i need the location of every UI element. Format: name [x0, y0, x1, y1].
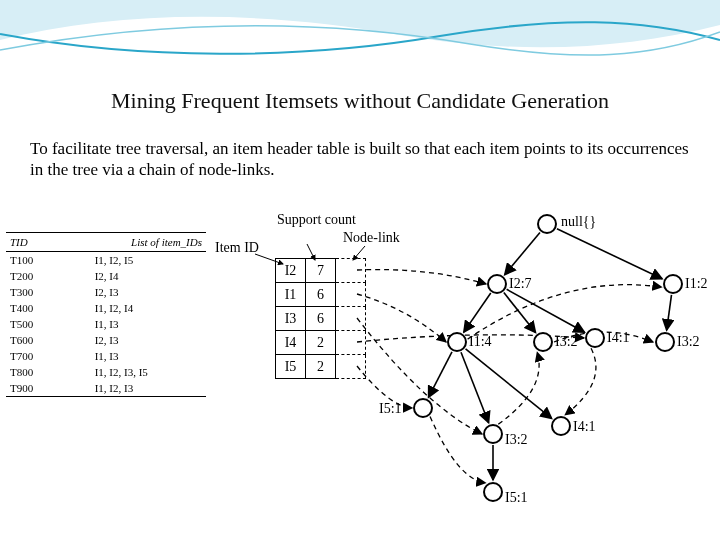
- label-node-link: Node-link: [343, 230, 400, 246]
- header-table-row: I16: [276, 283, 366, 307]
- table-row: T800I1, I2, I3, I5: [6, 364, 206, 380]
- tree-node: [483, 424, 503, 444]
- header-table-row: I27: [276, 259, 366, 283]
- label-support: Support count: [277, 212, 337, 228]
- body-text: To facilitate tree traversal, an item he…: [30, 138, 690, 181]
- decorative-wave: [0, 0, 720, 70]
- table-row: T400I1, I2, I4: [6, 300, 206, 316]
- table-row: T100I1, I2, I5: [6, 252, 206, 269]
- table-row: T700I1, I3: [6, 348, 206, 364]
- table-row: T900I1, I2, I3: [6, 380, 206, 397]
- node-label: I4:1: [573, 419, 596, 435]
- slide-title: Mining Frequent Itemsets without Candida…: [0, 88, 720, 114]
- tree-node: [413, 398, 433, 418]
- node-label: I3:2: [555, 334, 578, 350]
- transaction-table: TID List of item_IDs T100I1, I2, I5T200I…: [6, 232, 206, 397]
- node-label: I5:1: [379, 401, 402, 417]
- col-items: List of item_IDs: [55, 233, 206, 252]
- header-table-row: I42: [276, 331, 366, 355]
- label-item-id: Item ID: [215, 240, 259, 256]
- node-label: I3:2: [677, 334, 700, 350]
- header-table-row: I36: [276, 307, 366, 331]
- table-row: T600I2, I3: [6, 332, 206, 348]
- col-tid: TID: [6, 233, 55, 252]
- node-label: I5:1: [505, 490, 528, 506]
- tree-node: [483, 482, 503, 502]
- tree-node: [551, 416, 571, 436]
- tree-node: [487, 274, 507, 294]
- node-label: I4:1: [607, 330, 630, 346]
- tree-node: [447, 332, 467, 352]
- table-row: T200I2, I4: [6, 268, 206, 284]
- root-label: null{}: [561, 214, 596, 230]
- table-row: T500I1, I3: [6, 316, 206, 332]
- tree-node: [663, 274, 683, 294]
- content-area: TID List of item_IDs T100I1, I2, I5T200I…: [0, 198, 720, 518]
- fp-tree-figure: Item ID Support count Node-link I27I16I3…: [215, 198, 715, 518]
- tree-node: [533, 332, 553, 352]
- item-header-table: I27I16I36I42I52: [275, 258, 366, 379]
- node-label: I1:4: [469, 334, 492, 350]
- tree-node: [655, 332, 675, 352]
- node-label: I1:2: [685, 276, 708, 292]
- node-label: I2:7: [509, 276, 532, 292]
- tree-node: [537, 214, 557, 234]
- tree-node: [585, 328, 605, 348]
- table-row: T300I2, I3: [6, 284, 206, 300]
- slide: Mining Frequent Itemsets without Candida…: [0, 0, 720, 540]
- header-table-row: I52: [276, 355, 366, 379]
- node-label: I3:2: [505, 432, 528, 448]
